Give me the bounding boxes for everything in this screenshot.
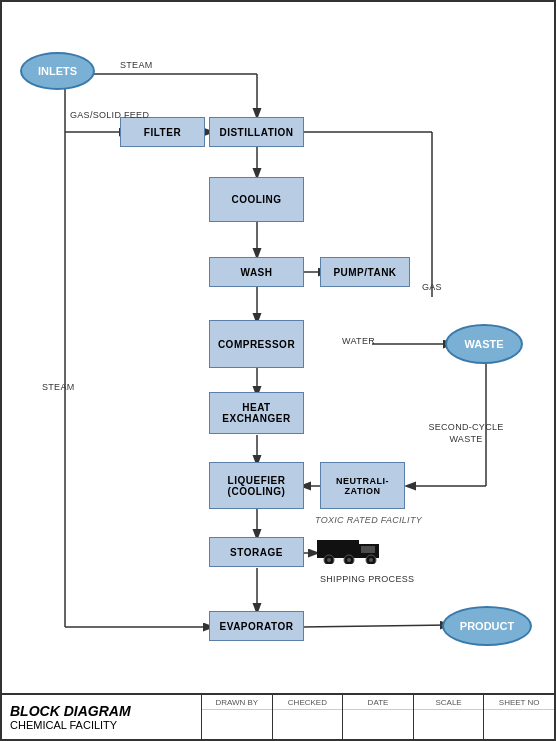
diagram-area: INLETS FILTER DISTILLATION COOLING WASH … [0,0,556,695]
storage-node: STORAGE [209,537,304,567]
footer-scale: SCALE [414,695,485,739]
svg-point-31 [369,558,373,562]
compressor-node: COMPRESSOR [209,320,304,368]
gas-right-label: GAS [422,282,442,292]
svg-rect-25 [361,546,375,553]
wash-node: WASH [209,257,304,287]
footer-date: DATE [343,695,414,739]
product-node: PRODUCT [442,606,532,646]
steam-left-label: STEAM [42,382,75,392]
water-label: WATER [342,336,375,346]
inlets-node: INLETS [20,52,95,90]
footer: BLOCK DIAGRAM CHEMICAL FACILITY DRAWN BY… [0,693,556,741]
cooling-node: COOLING [209,177,304,222]
liquefier-node: LIQUEFIER (COOLING) [209,462,304,509]
waste-node: WASTE [445,324,523,364]
footer-checked: CHECKED [273,695,344,739]
footer-sheet-no: SHEET NO [484,695,554,739]
evaporator-node: EVAPORATOR [209,611,304,641]
neutralization-node: NEUTRALI- ZATION [320,462,405,509]
svg-point-27 [327,558,331,562]
footer-cells: DRAWN BY CHECKED DATE SCALE SHEET NO [202,695,554,739]
svg-line-13 [302,625,449,627]
filter-node: FILTER [120,117,205,147]
truck-icon [317,536,382,568]
svg-point-29 [347,558,351,562]
svg-rect-23 [317,540,359,558]
heat-exchanger-node: HEAT EXCHANGER [209,392,304,434]
footer-title-bold: BLOCK DIAGRAM [10,703,193,719]
footer-subtitle: CHEMICAL FACILITY [10,719,193,731]
toxic-label: TOXIC RATED FACILITY [315,515,422,525]
footer-drawn-by: DRAWN BY [202,695,273,739]
second-cycle-label: SECOND-CYCLEWASTE [426,422,506,445]
gas-solid-label: GAS/SOLID FEED [70,110,149,120]
footer-title: BLOCK DIAGRAM CHEMICAL FACILITY [2,695,202,739]
distillation-node: DISTILLATION [209,117,304,147]
steam-top-label: STEAM [120,60,153,70]
shipping-label: SHIPPING PROCESS [320,574,414,584]
pump-tank-node: PUMP/TANK [320,257,410,287]
